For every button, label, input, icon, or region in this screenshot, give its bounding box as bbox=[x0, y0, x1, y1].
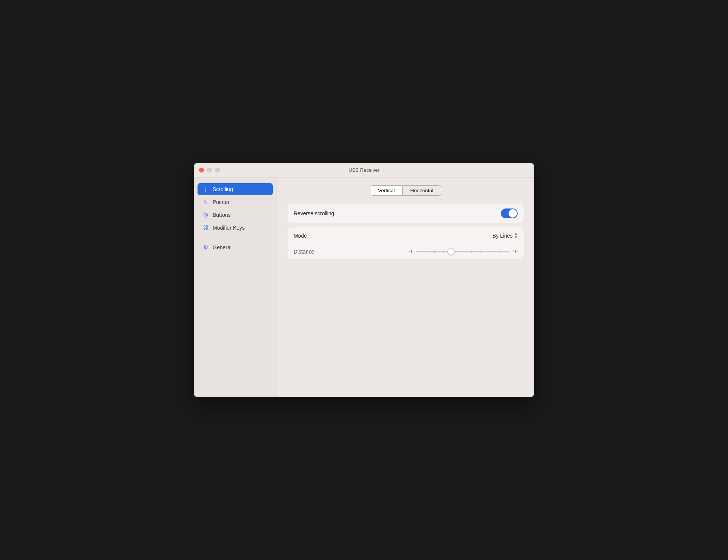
tick-marks bbox=[416, 250, 509, 253]
tick-7 bbox=[481, 250, 481, 253]
slider-max: 10 bbox=[513, 249, 518, 254]
sidebar-divider bbox=[198, 235, 273, 241]
window-title: USB Receiver bbox=[348, 167, 380, 173]
sidebar-item-buttons-label: Buttons bbox=[213, 212, 230, 218]
scrolling-icon: ↕ bbox=[202, 186, 209, 193]
mode-value: By Lines bbox=[492, 233, 513, 239]
buttons-icon: ◎ bbox=[202, 212, 209, 218]
distance-row: Distance 0 bbox=[288, 244, 524, 259]
tick-6 bbox=[471, 250, 472, 253]
mode-select[interactable]: By Lines ▲ ▼ bbox=[492, 232, 518, 239]
content-area: ↕ Scrolling ↖ Pointer ◎ Buttons ⌘ Modifi… bbox=[194, 178, 534, 397]
distance-label: Distance bbox=[294, 249, 402, 255]
sidebar-item-buttons[interactable]: ◎ Buttons bbox=[198, 209, 273, 221]
slider-min: 0 bbox=[409, 249, 412, 254]
tab-vertical[interactable]: Vertical bbox=[370, 186, 403, 195]
titlebar: USB Receiver bbox=[194, 163, 534, 178]
reverse-scrolling-row: Reverse scrolling bbox=[288, 204, 524, 223]
tick-0 bbox=[416, 250, 416, 253]
sidebar-item-general[interactable]: ⚙ General bbox=[198, 241, 273, 254]
sidebar-item-scrolling[interactable]: ↕ Scrolling bbox=[198, 183, 273, 195]
tick-1 bbox=[425, 250, 425, 253]
close-button[interactable] bbox=[199, 168, 204, 173]
maximize-button[interactable] bbox=[215, 168, 220, 173]
sidebar-item-general-label: General bbox=[213, 244, 232, 250]
toggle-thumb bbox=[509, 209, 517, 218]
reverse-scrolling-label: Reverse scrolling bbox=[294, 210, 501, 216]
reverse-scrolling-toggle[interactable] bbox=[501, 208, 518, 218]
tick-2 bbox=[434, 250, 435, 253]
tick-10 bbox=[509, 250, 509, 253]
tab-horizontal[interactable]: Horizontal bbox=[403, 186, 441, 195]
sidebar-item-pointer[interactable]: ↖ Pointer bbox=[198, 196, 273, 208]
traffic-lights bbox=[199, 168, 220, 173]
slider-thumb[interactable] bbox=[448, 248, 454, 255]
main-panel: Vertical Horizontal Reverse scrolling Mo… bbox=[277, 178, 534, 397]
segmented-control: Vertical Horizontal bbox=[370, 185, 441, 196]
sidebar-item-modifier-keys[interactable]: ⌘ Modifier Keys bbox=[198, 222, 273, 234]
minimize-button[interactable] bbox=[207, 168, 212, 173]
modifier-keys-icon: ⌘ bbox=[202, 224, 209, 231]
sidebar-item-scrolling-label: Scrolling bbox=[213, 186, 233, 192]
tick-5 bbox=[462, 250, 462, 253]
slider-container: 0 bbox=[409, 249, 518, 254]
mode-chevrons-icon: ▲ ▼ bbox=[514, 232, 518, 239]
sidebar-item-modifier-keys-label: Modifier Keys bbox=[213, 225, 245, 231]
distance-slider[interactable] bbox=[416, 251, 509, 252]
tick-9 bbox=[499, 250, 499, 253]
sidebar-item-pointer-label: Pointer bbox=[213, 199, 229, 205]
tick-8 bbox=[490, 250, 490, 253]
tab-bar: Vertical Horizontal bbox=[288, 185, 524, 196]
general-icon: ⚙ bbox=[202, 244, 209, 251]
sidebar: ↕ Scrolling ↖ Pointer ◎ Buttons ⌘ Modifi… bbox=[194, 178, 277, 397]
mode-row: Mode By Lines ▲ ▼ bbox=[288, 227, 524, 244]
tick-3 bbox=[443, 250, 444, 253]
app-window: USB Receiver ↕ Scrolling ↖ Pointer ◎ But… bbox=[194, 163, 534, 397]
mode-distance-section: Mode By Lines ▲ ▼ Distance 0 bbox=[288, 227, 524, 259]
pointer-icon: ↖ bbox=[202, 199, 209, 205]
mode-label: Mode bbox=[294, 233, 492, 239]
reverse-scrolling-section: Reverse scrolling bbox=[288, 204, 524, 223]
